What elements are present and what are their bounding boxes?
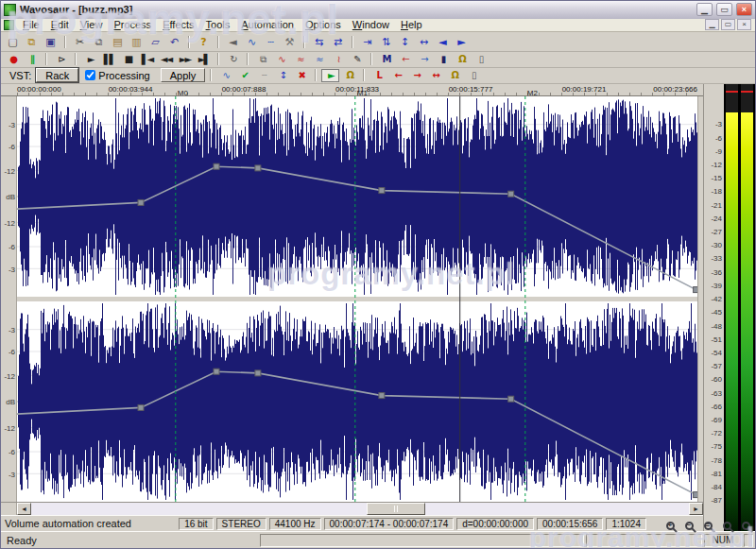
- go-to-end[interactable]: ►▌: [195, 53, 213, 66]
- vst-rack-button[interactable]: Rack: [36, 68, 78, 82]
- paste-insert[interactable]: ▥: [128, 35, 146, 49]
- marker-next[interactable]: →: [415, 53, 433, 66]
- zoom-out-button[interactable]: −: [681, 519, 696, 534]
- marker-delete[interactable]: ▯: [472, 53, 490, 66]
- save-file[interactable]: ▣: [42, 35, 60, 49]
- settings-wrench[interactable]: ⚒: [281, 35, 299, 49]
- play[interactable]: ►: [81, 53, 99, 66]
- minimize-button[interactable]: ▁: [696, 3, 713, 16]
- play-from-cursor[interactable]: ⊳: [52, 53, 70, 66]
- trim[interactable]: ▱: [146, 35, 164, 49]
- menu-automation[interactable]: Automation: [235, 19, 300, 30]
- loop-start[interactable]: ←: [388, 69, 406, 82]
- zoom-all-button[interactable]: [738, 519, 753, 534]
- zoom-selection-button[interactable]: [719, 519, 734, 534]
- envelope-flatten[interactable]: ┄: [254, 69, 272, 82]
- zoom-all[interactable]: ↔: [415, 35, 433, 49]
- loop-end[interactable]: →: [407, 69, 425, 82]
- close-button[interactable]: ×: [736, 3, 752, 16]
- menu-window[interactable]: Window: [347, 19, 395, 30]
- zoom-in-button[interactable]: +: [662, 519, 678, 534]
- envelope-validate[interactable]: ✔: [235, 69, 253, 82]
- scroll-left-button[interactable]: ◄: [17, 503, 31, 515]
- menu-view[interactable]: View: [75, 19, 109, 30]
- view-previous[interactable]: ◄: [434, 35, 452, 49]
- processing-checkbox-input[interactable]: [85, 70, 95, 80]
- pause[interactable]: ▌▌: [100, 53, 118, 66]
- marker-lock[interactable]: Ω: [453, 53, 471, 66]
- menu-process[interactable]: Process: [108, 19, 157, 30]
- vst-apply-button[interactable]: Apply: [161, 68, 206, 82]
- loop-playback[interactable]: ↻: [224, 53, 242, 66]
- envelope-vertical[interactable]: ↕: [273, 69, 291, 82]
- zoom-in-horizontal[interactable]: ⇆: [310, 35, 328, 49]
- draw-pencil[interactable]: ✎: [348, 53, 366, 66]
- marker-list[interactable]: ▮: [434, 53, 452, 66]
- scroll-right-button[interactable]: ►: [689, 503, 703, 515]
- paste[interactable]: ▤: [109, 35, 127, 49]
- marker-add[interactable]: M: [377, 53, 395, 66]
- zoom-reset-button[interactable]: =: [700, 519, 715, 534]
- open-file[interactable]: ⧉: [23, 35, 41, 49]
- scrollbar-thumb[interactable]: [367, 503, 425, 515]
- mdi-restore-button[interactable]: ▭: [721, 19, 735, 30]
- copy[interactable]: ⧉: [90, 35, 108, 49]
- envelope-handle[interactable]: [138, 200, 144, 206]
- rewind[interactable]: ◄◄: [157, 53, 175, 66]
- envelope-handle[interactable]: [508, 397, 514, 403]
- help[interactable]: ?: [195, 35, 213, 49]
- forward[interactable]: ►►: [176, 53, 194, 66]
- cut[interactable]: ✂: [71, 35, 89, 49]
- envelope-handle[interactable]: [255, 370, 261, 376]
- menu-help[interactable]: Help: [395, 19, 428, 30]
- envelope-handle[interactable]: [255, 165, 261, 171]
- envelope-handle[interactable]: [138, 405, 144, 411]
- envelope-lock[interactable]: Ω: [340, 69, 358, 82]
- menu-effects[interactable]: Effects: [157, 19, 199, 30]
- zoom-selection[interactable]: ⇥: [358, 35, 376, 49]
- zoom-vertical-out[interactable]: ↕: [396, 35, 414, 49]
- go-to-start[interactable]: ▌◄: [138, 53, 156, 66]
- menu-file[interactable]: File: [17, 19, 45, 30]
- envelope-handle[interactable]: [214, 164, 219, 170]
- envelope-delete[interactable]: ✖: [292, 69, 310, 82]
- horizontal-scrollbar[interactable]: ◄ ►: [1, 502, 703, 515]
- envelope-handle[interactable]: [379, 188, 385, 194]
- record[interactable]: ●: [4, 53, 22, 66]
- loop-marker[interactable]: L: [369, 69, 387, 82]
- loop-lock[interactable]: Ω: [445, 69, 463, 82]
- mdi-minimize-button[interactable]: ▁: [705, 19, 719, 30]
- wave-cut[interactable]: ≈: [291, 53, 309, 66]
- waveform-canvas[interactable]: [17, 96, 697, 502]
- processing-checkbox[interactable]: Processing: [85, 70, 149, 81]
- new-file[interactable]: ▢: [4, 35, 22, 49]
- wave-mix[interactable]: ≈: [310, 53, 328, 66]
- loop-delete[interactable]: ▯: [464, 69, 482, 82]
- stop[interactable]: ■: [119, 53, 137, 66]
- wave-copy[interactable]: ∿: [272, 53, 290, 66]
- envelope-handle[interactable]: [214, 369, 219, 375]
- view-next[interactable]: ►: [453, 35, 471, 49]
- restore-button[interactable]: ▭: [716, 3, 732, 16]
- audio-device[interactable]: ◄: [224, 35, 242, 49]
- mdi-close-button[interactable]: ×: [737, 19, 751, 30]
- play-loop-box[interactable]: ►: [321, 69, 339, 82]
- sample-points[interactable]: ┄: [262, 35, 280, 49]
- undo[interactable]: ↶: [165, 35, 183, 49]
- scrollbar-track[interactable]: [31, 503, 689, 515]
- menu-edit[interactable]: Edit: [45, 19, 75, 30]
- zoom-vertical-in[interactable]: ⇅: [377, 35, 395, 49]
- envelope-handle[interactable]: [508, 192, 514, 197]
- marker-previous[interactable]: ←: [396, 53, 414, 66]
- loop-double[interactable]: ↔: [426, 69, 444, 82]
- copy-to-new[interactable]: ⧉: [253, 53, 271, 66]
- envelope-mode[interactable]: ∿: [216, 69, 234, 82]
- menu-options[interactable]: Options: [300, 19, 347, 30]
- input-monitor[interactable]: ∥: [23, 53, 41, 66]
- time-ruler[interactable]: 00:00:00:00000:00:03:94400:00:07:88800:0…: [1, 84, 703, 96]
- zoom-out-horizontal[interactable]: ⇄: [329, 35, 347, 49]
- wave-insert[interactable]: ≀: [329, 53, 347, 66]
- envelope-handle[interactable]: [379, 393, 385, 399]
- interpolate-curve[interactable]: ∿: [243, 35, 261, 49]
- menu-tools[interactable]: Tools: [200, 19, 236, 30]
